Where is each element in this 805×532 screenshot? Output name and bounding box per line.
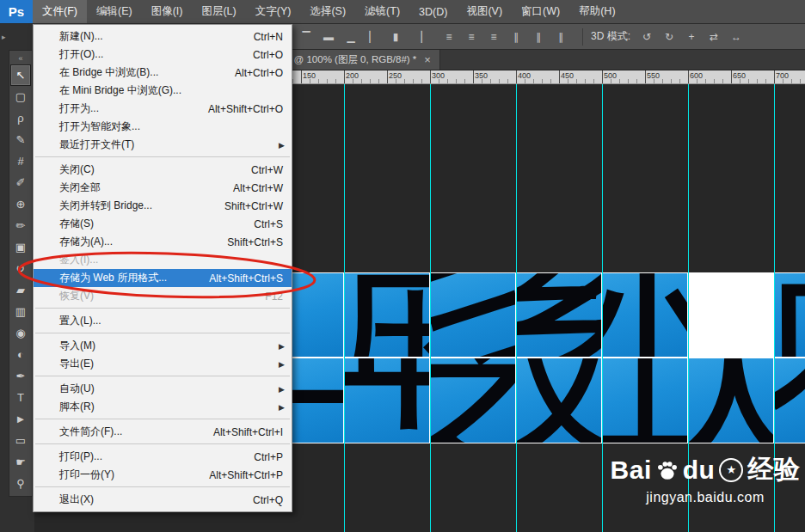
menu-file[interactable]: 文件(F) xyxy=(33,0,87,23)
baidu-wordmark-du: du xyxy=(683,456,716,485)
menu-item-save[interactable]: 存储(S)Ctrl+S xyxy=(34,215,292,233)
menu-separator xyxy=(35,333,290,333)
3d-slide-icon[interactable]: ⇄ xyxy=(704,28,723,46)
crop-tool[interactable]: # xyxy=(10,150,31,172)
guide-line[interactable] xyxy=(516,84,517,532)
tab-close-icon[interactable]: × xyxy=(424,54,431,65)
ruler-label: 250 xyxy=(389,71,402,80)
submenu-arrow-icon: ▶ xyxy=(279,360,285,369)
image-tile: 乡 xyxy=(516,273,601,357)
blur-tool[interactable]: ◉ xyxy=(10,322,31,344)
menu-item-save-for-web[interactable]: 存储为 Web 所用格式...Alt+Shift+Ctrl+S xyxy=(34,269,292,287)
move-tool[interactable]: ↖ xyxy=(10,64,31,86)
menu-item-import[interactable]: 导入(M)▶ xyxy=(34,337,292,355)
guide-line[interactable] xyxy=(344,84,345,532)
image-tile: 小 xyxy=(602,273,687,357)
menu-item-export[interactable]: 导出(E)▶ xyxy=(34,355,292,373)
image-tile: 工 xyxy=(602,358,687,443)
menu-item-save-as[interactable]: 存储为(A)...Shift+Ctrl+S xyxy=(34,233,292,251)
menu-item-place[interactable]: 置入(L)... xyxy=(34,312,292,330)
jingyan-wordmark: 经验 xyxy=(747,452,800,487)
menu-item-browse-in-bridge[interactable]: 在 Bridge 中浏览(B)...Alt+Ctrl+O xyxy=(34,64,292,82)
gradient-tool[interactable]: ▥ xyxy=(10,301,31,322)
menu-item-close-all[interactable]: 关闭全部Alt+Ctrl+W xyxy=(34,179,292,197)
menu-separator xyxy=(35,443,290,444)
distribute-horizontal-centers-icon[interactable]: ∥ xyxy=(529,28,548,46)
menu-window[interactable]: 窗口(W) xyxy=(512,0,569,23)
align-horizontal-centers-icon[interactable]: ▮ xyxy=(386,28,405,46)
distribute-top-edges-icon[interactable]: ≡ xyxy=(439,28,458,46)
ruler-label: 650 xyxy=(733,71,746,80)
image-tile: 压 xyxy=(344,273,429,357)
align-bottom-edges-icon[interactable]: ▁ xyxy=(341,28,360,46)
dodge-tool[interactable]: ◐ xyxy=(10,344,31,365)
menu-item-print-one-copy[interactable]: 打印一份(Y)Alt+Shift+Ctrl+P xyxy=(34,466,292,484)
menu-type[interactable]: 文字(Y) xyxy=(246,0,301,23)
3d-scale-icon[interactable]: ↔ xyxy=(727,28,746,46)
menu-3d[interactable]: 3D(D) xyxy=(409,0,457,23)
image-tile: 三 xyxy=(430,273,515,357)
align-top-edges-icon[interactable]: ▔ xyxy=(297,28,316,46)
menu-select[interactable]: 选择(S) xyxy=(300,0,355,23)
menu-item-print[interactable]: 打印(P)...Ctrl+P xyxy=(34,448,292,466)
ruler-label: 550 xyxy=(647,71,660,80)
align-right-edges-icon[interactable]: ▕ xyxy=(409,28,427,46)
quick-selection-tool[interactable]: ✎ xyxy=(10,129,31,150)
menu-filter[interactable]: 滤镜(T) xyxy=(355,0,409,23)
3d-mode-label: 3D 模式: xyxy=(591,29,630,44)
left-rail: ▸ « ↖ ▢ ρ ✎ # ✐ ⊕ ✏ ▣ ↺ ▰ ▥ ◉ ◐ ✒ T ► ▭ … xyxy=(0,24,34,532)
submenu-arrow-icon: ▶ xyxy=(279,342,285,351)
baidu-wordmark-bai: Bai xyxy=(611,456,652,485)
menu-item-close[interactable]: 关闭(C)Ctrl+W xyxy=(34,161,292,179)
ruler-label: 300 xyxy=(432,71,445,80)
brush-tool[interactable]: ✏ xyxy=(10,215,31,236)
clone-stamp-tool[interactable]: ▣ xyxy=(10,236,31,258)
menu-item-scripts[interactable]: 脚本(R)▶ xyxy=(34,398,292,416)
menu-image[interactable]: 图像(I) xyxy=(142,0,193,23)
3d-rotate-icon[interactable]: ↺ xyxy=(637,28,656,46)
spot-healing-brush-tool[interactable]: ⊕ xyxy=(10,193,31,215)
menu-item-exit[interactable]: 退出(X)Ctrl+Q xyxy=(34,491,292,509)
menu-item-open-as-smart-object[interactable]: 打开为智能对象... xyxy=(34,118,292,136)
distribute-bottom-edges-icon[interactable]: ≡ xyxy=(484,28,503,46)
menu-layer[interactable]: 图层(L) xyxy=(192,0,245,23)
document-title: g @ 100% (图层 0, RGB/8#) * xyxy=(286,53,416,66)
menu-separator xyxy=(35,156,290,157)
menu-item-automate[interactable]: 自动(U)▶ xyxy=(34,380,292,398)
pen-tool[interactable]: ✒ xyxy=(10,365,31,387)
horizontal-type-tool[interactable]: T xyxy=(10,387,31,408)
align-vertical-centers-icon[interactable]: ▬ xyxy=(319,28,338,46)
menu-item-browse-in-mini-bridge[interactable]: 在 Mini Bridge 中浏览(G)... xyxy=(34,82,292,100)
history-brush-tool[interactable]: ↺ xyxy=(10,258,31,279)
toolbox-collapse-icon[interactable]: « xyxy=(9,52,32,64)
zoom-tool[interactable]: ⚲ xyxy=(10,473,31,494)
menu-item-file-info[interactable]: 文件简介(F)...Alt+Shift+Ctrl+I xyxy=(34,423,292,441)
menu-item-close-and-go-to-bridge[interactable]: 关闭并转到 Bridge...Shift+Ctrl+W xyxy=(34,197,292,215)
path-selection-tool[interactable]: ► xyxy=(10,408,31,430)
rectangular-marquee-tool[interactable]: ▢ xyxy=(10,86,31,107)
3d-drag-icon[interactable]: + xyxy=(682,28,701,46)
align-left-edges-icon[interactable]: ▏ xyxy=(364,28,383,46)
panel-collapse-icon[interactable]: ▸ xyxy=(2,33,6,41)
menu-edit[interactable]: 编辑(E) xyxy=(87,0,142,23)
menu-item-open[interactable]: 打开(O)...Ctrl+O xyxy=(34,46,292,64)
menu-help[interactable]: 帮助(H) xyxy=(569,0,624,23)
distribute-right-edges-icon[interactable]: ∥ xyxy=(551,28,570,46)
guide-line[interactable] xyxy=(430,84,431,532)
menu-view[interactable]: 视图(V) xyxy=(457,0,512,23)
watermark-url: jingyan.baidu.com xyxy=(598,490,805,505)
baidu-paw-icon xyxy=(656,459,679,481)
menu-item-new[interactable]: 新建(N)...Ctrl+N xyxy=(34,28,292,46)
3d-roll-icon[interactable]: ↻ xyxy=(660,28,679,46)
lasso-tool[interactable]: ρ xyxy=(10,107,31,129)
menu-item-open-as[interactable]: 打开为...Alt+Shift+Ctrl+O xyxy=(34,100,292,118)
menu-item-open-recent[interactable]: 最近打开文件(T)▶ xyxy=(34,136,292,154)
rectangle-tool[interactable]: ▭ xyxy=(10,430,31,451)
eraser-tool[interactable]: ▰ xyxy=(10,279,31,301)
ruler-label: 150 xyxy=(303,71,316,80)
distribute-vertical-centers-icon[interactable]: ≡ xyxy=(462,28,481,46)
distribute-left-edges-icon[interactable]: ∥ xyxy=(507,28,525,46)
eyedropper-tool[interactable]: ✐ xyxy=(10,172,31,193)
hand-tool[interactable]: ☛ xyxy=(10,451,31,473)
image-tile: 辶 xyxy=(292,273,343,357)
